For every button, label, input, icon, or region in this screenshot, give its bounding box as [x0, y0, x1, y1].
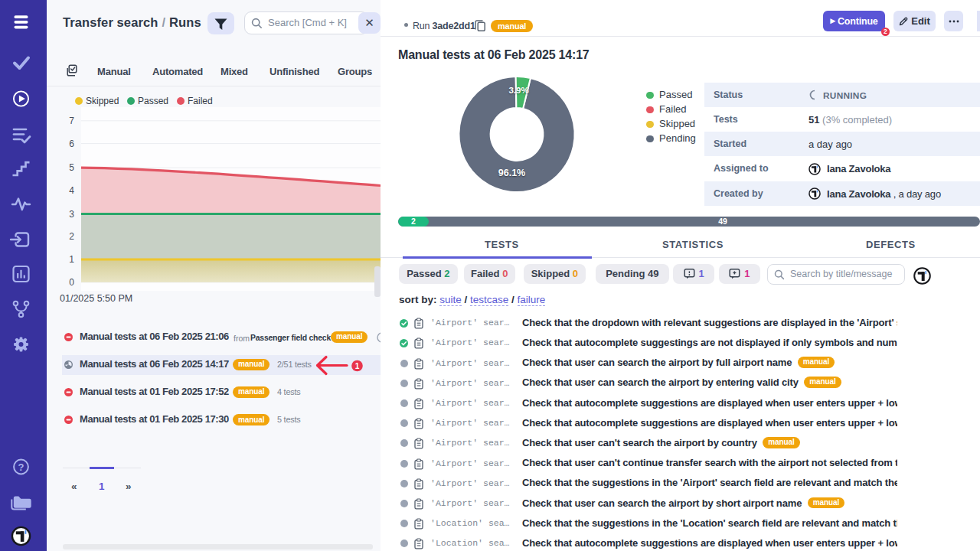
svg-text:?: ? [18, 461, 24, 473]
svg-text:96.1%: 96.1% [498, 168, 525, 178]
svg-text:3.9%: 3.9% [508, 86, 528, 95]
svg-text:1: 1 [355, 362, 360, 370]
